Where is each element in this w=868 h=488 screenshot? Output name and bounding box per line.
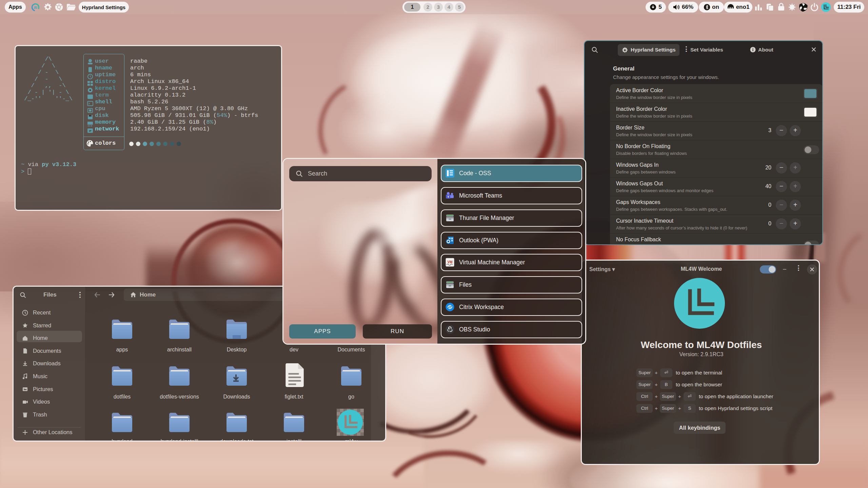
svg-text:AI: AI [34, 6, 37, 9]
svg-text:VM: VM [448, 260, 453, 264]
svg-text:T: T [447, 195, 449, 199]
svg-text:IP: IP [89, 129, 92, 133]
